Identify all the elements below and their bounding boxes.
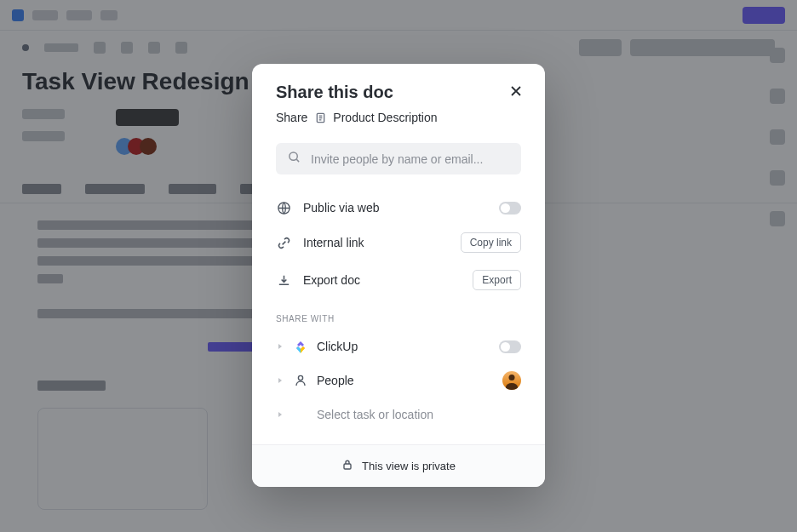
select-task-row[interactable]: Select task or location <box>252 398 545 431</box>
people-label: People <box>317 374 494 387</box>
public-toggle[interactable] <box>499 202 521 215</box>
public-label: Public via web <box>303 201 487 215</box>
modal-footer: This view is private <box>252 444 545 487</box>
search-icon <box>288 151 301 167</box>
share-prefix: Share <box>276 111 307 124</box>
export-row: Export doc Export <box>252 261 545 299</box>
person-icon <box>293 373 308 388</box>
public-web-row: Public via web <box>252 192 545 224</box>
modal-overlay[interactable]: Share this doc Share Product Description <box>0 0 797 532</box>
footer-text: This view is private <box>362 460 456 472</box>
invite-input[interactable] <box>311 152 509 166</box>
lock-icon <box>341 459 353 473</box>
internal-label: Internal link <box>303 236 449 249</box>
svg-point-3 <box>298 375 302 380</box>
caret-right-icon <box>276 377 284 384</box>
share-people-row[interactable]: People <box>252 363 545 398</box>
export-label: Export doc <box>303 273 461 287</box>
download-icon <box>276 272 291 288</box>
export-button[interactable]: Export <box>473 270 521 290</box>
internal-link-row: Internal link Copy link <box>252 224 545 261</box>
copy-link-button[interactable]: Copy link <box>461 232 521 253</box>
clickup-label: ClickUp <box>317 340 490 353</box>
share-clickup-row[interactable]: ClickUp <box>252 330 545 363</box>
select-task-label: Select task or location <box>317 408 521 421</box>
modal-title: Share this doc <box>276 83 521 102</box>
doc-name: Product Description <box>333 111 437 124</box>
share-modal: Share this doc Share Product Description <box>252 64 545 487</box>
close-button[interactable] <box>507 83 525 100</box>
svg-rect-4 <box>344 464 351 469</box>
link-icon <box>276 235 291 250</box>
close-icon <box>510 85 522 97</box>
clickup-toggle[interactable] <box>499 340 521 353</box>
share-with-label: SHARE WITH <box>252 299 545 330</box>
svg-point-1 <box>290 152 297 160</box>
user-avatar[interactable] <box>502 371 521 390</box>
globe-icon <box>276 200 291 215</box>
clickup-icon <box>293 339 308 354</box>
invite-search[interactable] <box>276 143 521 174</box>
caret-right-icon <box>276 411 284 418</box>
modal-subtitle: Share Product Description <box>276 111 521 124</box>
caret-right-icon <box>276 343 284 350</box>
doc-icon <box>314 112 326 123</box>
